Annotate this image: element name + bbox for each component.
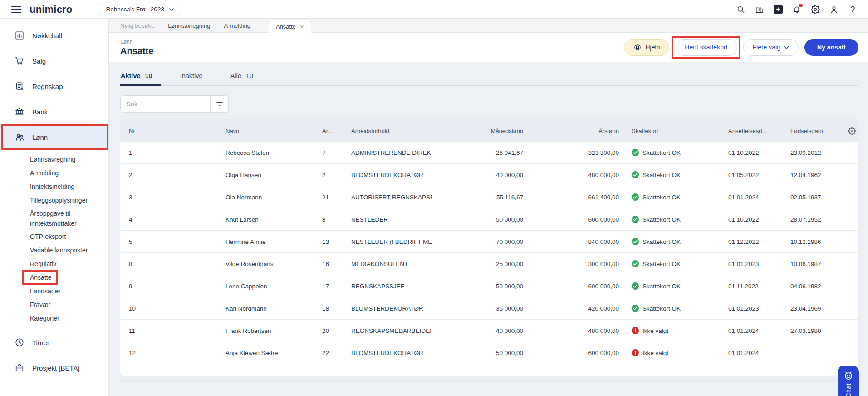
chat-widget-tab[interactable]: Chat	[838, 366, 859, 396]
settings-icon[interactable]	[810, 5, 820, 15]
column-header-ar[interactable]: Ar...	[319, 128, 348, 134]
sidebar-subitem-a-melding[interactable]: A-melding	[0, 166, 108, 180]
column-header-skattekort[interactable]: Skattekort	[623, 128, 725, 134]
company-icon[interactable]	[755, 5, 765, 15]
table-row[interactable]: 12Anja Kleiven Sætre22BLOMSTERDEKORATØR5…	[120, 342, 858, 364]
cell-monthly-salary: 50 000,00	[432, 216, 527, 223]
tab-count: 10	[145, 72, 152, 79]
cell-name: Ola Normann	[222, 194, 319, 201]
cell-nr: 9	[120, 283, 222, 290]
content: Aktive10InaktiveAlle10 NrNavnAr...Arbeid…	[109, 62, 868, 396]
column-header-fødselsdato[interactable]: Fødselsdato	[787, 128, 844, 134]
sidebar-item-prosjekt-beta[interactable]: Prosjekt [BETA]	[0, 355, 108, 381]
cell-nr: 1	[120, 149, 222, 156]
sidebar-subitem-variable-lønnsposter[interactable]: Variable lønnsposter	[0, 243, 108, 257]
filter-button[interactable]	[210, 96, 228, 112]
cell-nr: 2	[120, 172, 222, 178]
tax-ok-icon	[632, 260, 639, 267]
sidebar-item-nøkkeltall[interactable]: Nøkkeltall	[0, 23, 108, 48]
sidebar-subitem-ansatte[interactable]: Ansatte	[0, 271, 108, 284]
sidebar-item-label: Bank	[32, 108, 48, 116]
table-row[interactable]: 9Lene Cappelen17REGNSKAPSSJEF50 000,0060…	[120, 275, 858, 297]
search-input[interactable]	[121, 96, 210, 112]
table-row[interactable]: 8Vilde Rosenkrans16MEDIAKONSULENT25 000,…	[120, 253, 858, 275]
sidebar-item-bank[interactable]: Bank	[0, 99, 108, 124]
sidebar-subitem-otp-eksport[interactable]: OTP-eksport	[0, 230, 108, 243]
tax-status-label: Skattekort OK	[642, 305, 681, 312]
hamburger-menu-icon[interactable]	[11, 5, 21, 15]
close-icon[interactable]: ×	[300, 23, 304, 30]
tab-inaktive[interactable]: Inaktive	[180, 69, 211, 85]
column-header-nr[interactable]: Nr	[120, 128, 222, 134]
horizontal-scrollbar[interactable]	[120, 379, 859, 382]
cell-yearly-salary: 480 000,00	[527, 327, 623, 334]
recent-tab-lønnsavregning[interactable]: Lønnsavregning	[168, 22, 210, 29]
sidebar-item-label: Nøkkeltall	[32, 32, 62, 40]
sidebar-subitem-lønnsarter[interactable]: Lønnsarter	[0, 284, 108, 298]
sidebar-item-regnskap[interactable]: Regnskap	[0, 74, 108, 99]
cell-work-id: 7	[319, 149, 348, 156]
table-row[interactable]: 11Frank Robertsen20REGNSKAPSMEDARBEIDER4…	[120, 320, 858, 342]
cell-birth-date: 23.09.2012	[787, 149, 844, 156]
more-options-button[interactable]: Flere valg	[743, 39, 799, 56]
cell-hired-date: 01.01.2024	[725, 350, 787, 356]
column-header-navn[interactable]: Navn	[222, 128, 319, 134]
tab-ansatte-active[interactable]: Ansatte ×	[269, 20, 311, 33]
tax-missing-icon	[632, 349, 639, 356]
cell-name: Knut Larsen	[222, 216, 319, 223]
recent-tab-a-melding[interactable]: A-melding	[224, 22, 250, 29]
tax-status-label: Skattekort OK	[642, 172, 681, 178]
sidebar-subitem-label: Lønnsavregning	[30, 154, 75, 164]
sidebar-subitem-inntektsmelding[interactable]: Inntektsmelding	[0, 180, 108, 193]
tax-status-label: Ikke valgt	[642, 327, 668, 334]
tab-label: Aktive	[121, 72, 141, 79]
cell-position: ADMINISTRERENDE DIREKTØR	[348, 149, 432, 156]
cell-monthly-salary: 26 941,67	[432, 149, 527, 156]
table-settings-gear-icon[interactable]	[848, 127, 856, 135]
tab-aktive[interactable]: Aktive10	[120, 69, 161, 85]
help-icon[interactable]: ?	[848, 5, 858, 15]
cell-work-id: 2	[319, 172, 348, 178]
sidebar-item-label: Regnskap	[32, 83, 63, 90]
help-button[interactable]: Hjelp	[624, 39, 669, 56]
cell-monthly-salary: 55 116,67	[432, 194, 527, 201]
sidebar-subitem-årsoppgave-til-inntektsmottaker[interactable]: Årsoppgave til inntektsmottaker	[0, 207, 108, 230]
cell-yearly-salary: 661 400,00	[527, 194, 623, 201]
sidebar-subitem-lønnsavregning[interactable]: Lønnsavregning	[0, 153, 108, 166]
table-row[interactable]: 3Ola Normann21AUTORISERT REGNSKAPSFØRER5…	[120, 186, 858, 208]
sidebar-item-timer[interactable]: Timer	[0, 330, 108, 355]
column-header-årslønn[interactable]: Årslønn	[527, 128, 623, 134]
cell-position: MEDIAKONSULENT	[348, 261, 432, 267]
cell-nr: 11	[120, 327, 222, 334]
account-icon[interactable]	[829, 5, 839, 15]
cell-monthly-salary: 70 000,00	[432, 238, 527, 245]
tab-alle[interactable]: Alle10	[230, 69, 261, 85]
company-name: Rebecca's Frø	[106, 6, 146, 13]
new-employee-button[interactable]: Ny ansatt	[804, 39, 858, 56]
notifications-icon[interactable]	[792, 5, 802, 15]
table-row[interactable]: 2Olga Hansen2BLOMSTERDEKORATØR40 000,004…	[120, 164, 858, 186]
column-header-arbeidsforhold[interactable]: Arbeidsforhold	[348, 128, 432, 134]
sidebar-subitem-tilleggsopplysninger[interactable]: Tilleggsopplysninger	[0, 193, 108, 207]
sidebar-item-label: Salg	[32, 57, 46, 65]
table-row[interactable]: 5Hermine Annie13NESTLEDER (I BEDRIFT MED…	[120, 231, 858, 253]
company-selector[interactable]: Rebecca's Frø 2023	[100, 3, 180, 16]
sidebar-item-salg[interactable]: Salg	[0, 48, 108, 74]
fetch-tax-card-button[interactable]: Hent skattekort	[675, 39, 737, 56]
chat-label: Chat	[845, 383, 852, 396]
table-row[interactable]: 10Kari Nordmann18BLOMSTERDEKORATØR35 000…	[120, 297, 858, 320]
sidebar-item-lønn[interactable]: Lønn	[0, 124, 108, 150]
chevron-down-icon	[169, 8, 174, 11]
table-row[interactable]: 1Rebecca Stølen7ADMINISTRERENDE DIREKTØR…	[120, 142, 858, 164]
sidebar-subitem-kategorier[interactable]: Kategorier	[0, 312, 108, 325]
search-icon[interactable]	[736, 5, 746, 15]
sidebar-subitem-fravær[interactable]: Fravær	[0, 298, 108, 312]
add-icon[interactable]: +	[773, 5, 783, 15]
table-row[interactable]: 4Knut Larsen8NESTLEDER50 000,00600 000,0…	[120, 208, 858, 231]
active-tab-label: Ansatte	[276, 23, 296, 30]
column-header-ansettelsesd[interactable]: Ansettelsesd...	[725, 128, 787, 134]
breadcrumb: Lønn	[120, 39, 153, 45]
sidebar-subitem-regulativ[interactable]: Regulativ	[0, 257, 108, 271]
column-header-månedslønn[interactable]: Månedslønn	[432, 128, 527, 134]
tax-status-label: Skattekort OK	[642, 149, 681, 156]
